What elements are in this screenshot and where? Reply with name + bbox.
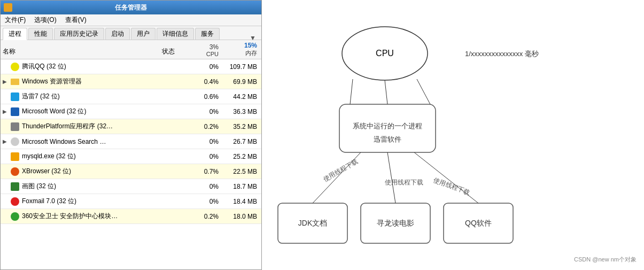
- tab-users[interactable]: 用户: [131, 28, 156, 40]
- process-name: Microsoft Word (32 位): [22, 107, 152, 116]
- table-row[interactable]: 360安全卫士 安全防护中心模块… 0.2% 18.0 MB: [1, 209, 261, 224]
- process-icon: [10, 62, 20, 72]
- table-row[interactable]: ▶ Windows 资源管理器 0.4% 69.9 MB: [1, 74, 261, 89]
- process-mem: 36.3 MB: [222, 108, 259, 115]
- col-header-name[interactable]: 名称: [3, 47, 152, 57]
- table-row[interactable]: 画图 (32 位) 0% 18.7 MB: [1, 179, 261, 194]
- table-row[interactable]: Foxmail 7.0 (32 位) 0% 18.4 MB: [1, 194, 261, 209]
- process-mem: 35.2 MB: [222, 123, 259, 130]
- title-bar: 任务管理器: [1, 1, 261, 14]
- svg-text:寻龙读电影: 寻龙读电影: [377, 219, 414, 227]
- process-icon: [10, 167, 20, 176]
- table-row[interactable]: ▶ Microsoft Windows Search … 0% 26.7 MB: [1, 134, 261, 149]
- process-name: 画图 (32 位): [22, 182, 152, 191]
- process-cpu: 0.4%: [184, 78, 222, 86]
- process-cpu: 0.2%: [184, 213, 222, 220]
- process-mem: 69.9 MB: [222, 78, 259, 86]
- process-name: Microsoft Windows Search …: [22, 138, 152, 145]
- table-header: 名称 状态 3% CPU ▼ 15% 内存: [1, 40, 261, 59]
- table-row[interactable]: 迅雷7 (32 位) 0.6% 44.2 MB: [1, 89, 261, 104]
- diagram-panel: CPU 1/xxxxxxxxxxxxxxx 毫秒 系统中运行的一个进程 迅雷软件…: [262, 0, 644, 270]
- process-icon: [10, 92, 20, 102]
- process-cpu: 0%: [184, 153, 222, 160]
- menu-options[interactable]: 选项(O): [33, 15, 57, 25]
- svg-text:使用线程下载: 使用线程下载: [322, 157, 359, 183]
- svg-text:使用线程下载: 使用线程下载: [432, 176, 471, 197]
- svg-text:QQ软件: QQ软件: [465, 219, 492, 227]
- process-cpu: 0%: [184, 198, 222, 205]
- process-name: 腾讯QQ (32 位): [22, 62, 152, 71]
- svg-text:使用线程下载: 使用线程下载: [385, 179, 423, 186]
- process-icon: [10, 77, 20, 87]
- table-row[interactable]: 腾讯QQ (32 位) 0% 109.7 MB: [1, 59, 261, 74]
- process-name: XBrowser (32 位): [22, 167, 152, 176]
- process-name: Foxmail 7.0 (32 位): [22, 197, 152, 206]
- menu-file[interactable]: 文件(F): [4, 15, 27, 25]
- process-name: Windows 资源管理器: [22, 77, 152, 86]
- process-cpu: 0%: [184, 183, 222, 190]
- svg-line-6: [350, 79, 353, 104]
- col-header-mem[interactable]: ▼ 15% 内存: [222, 34, 259, 57]
- tab-details[interactable]: 详细信息: [157, 28, 194, 40]
- process-mem: 109.7 MB: [222, 63, 259, 71]
- col-header-cpu[interactable]: 3% CPU: [184, 43, 222, 57]
- svg-text:迅雷软件: 迅雷软件: [374, 135, 401, 143]
- process-cpu: 0.6%: [184, 93, 222, 101]
- process-mem: 18.0 MB: [222, 213, 259, 220]
- svg-text:系统中运行的一个进程: 系统中运行的一个进程: [353, 122, 422, 130]
- process-mem: 18.4 MB: [222, 198, 259, 205]
- svg-line-8: [385, 80, 387, 104]
- process-mem: 22.5 MB: [222, 168, 259, 175]
- tab-startup[interactable]: 启动: [105, 28, 130, 40]
- process-mem: 26.7 MB: [222, 138, 259, 145]
- process-icon: [10, 107, 20, 117]
- process-cpu: 0%: [184, 63, 222, 71]
- table-row[interactable]: ThunderPlatform应用程序 (32… 0.2% 35.2 MB: [1, 119, 261, 134]
- window-title: 任务管理器: [115, 3, 147, 12]
- process-cpu: 0%: [184, 108, 222, 115]
- tab-services[interactable]: 服务: [195, 28, 220, 40]
- row-expander: ▶: [3, 138, 9, 144]
- table-row[interactable]: XBrowser (32 位) 0.7% 22.5 MB: [1, 164, 261, 179]
- menu-bar: 文件(F) 选项(O) 查看(V): [1, 14, 261, 26]
- svg-text:1/xxxxxxxxxxxxxxx 毫秒: 1/xxxxxxxxxxxxxxx 毫秒: [465, 50, 539, 58]
- title-bar-icon: [4, 3, 12, 12]
- process-icon: [10, 212, 20, 221]
- tab-app-history[interactable]: 应用历史记录: [54, 28, 104, 40]
- process-name: ThunderPlatform应用程序 (32…: [22, 122, 152, 131]
- tab-performance[interactable]: 性能: [28, 28, 53, 40]
- table-row[interactable]: ▶ Microsoft Word (32 位) 0% 36.3 MB: [1, 104, 261, 119]
- svg-text:CPU: CPU: [376, 49, 394, 58]
- process-table: 腾讯QQ (32 位) 0% 109.7 MB ▶ Windows 资源管理器 …: [1, 59, 261, 269]
- tab-processes[interactable]: 进程: [3, 28, 27, 40]
- process-mem: 18.7 MB: [222, 183, 259, 190]
- menu-view[interactable]: 查看(V): [64, 15, 88, 25]
- table-row[interactable]: mysqld.exe (32 位) 0% 25.2 MB: [1, 149, 261, 164]
- process-mem: 44.2 MB: [222, 93, 259, 101]
- row-expander: ▶: [3, 109, 9, 114]
- process-cpu: 0.2%: [184, 123, 222, 130]
- process-icon: [10, 197, 20, 206]
- row-expander: ▶: [3, 79, 9, 84]
- process-cpu: 0.7%: [184, 168, 222, 175]
- task-manager-window: 任务管理器 文件(F) 选项(O) 查看(V) 进程 性能 应用历史记录 启动 …: [0, 0, 262, 270]
- watermark-text: CSDN @new nm个对象: [574, 256, 637, 264]
- process-name: 360安全卫士 安全防护中心模块…: [22, 212, 152, 221]
- process-name: 迅雷7 (32 位): [22, 92, 152, 101]
- process-mem: 25.2 MB: [222, 153, 259, 160]
- col-header-status[interactable]: 状态: [152, 47, 184, 57]
- svg-line-7: [417, 79, 430, 104]
- process-name: mysqld.exe (32 位): [22, 152, 152, 161]
- process-icon: [10, 122, 20, 132]
- process-icon: [10, 137, 20, 146]
- svg-text:JDK文档: JDK文档: [298, 219, 327, 227]
- process-cpu: 0%: [184, 138, 222, 145]
- process-icon: [10, 152, 20, 161]
- svg-line-16: [387, 152, 395, 203]
- process-icon: [10, 182, 20, 191]
